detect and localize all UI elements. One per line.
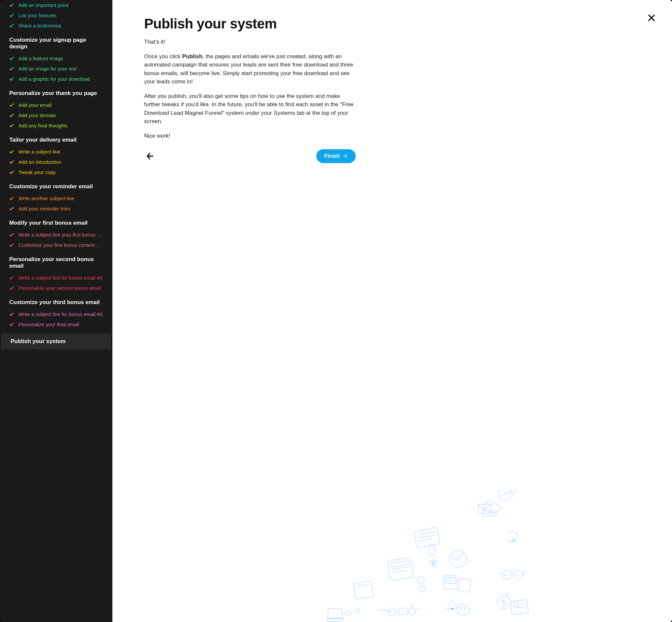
svg-point-13	[420, 586, 426, 592]
sidebar-task-item[interactable]: Personalize your final email	[0, 319, 112, 330]
svg-point-37	[409, 608, 415, 615]
svg-line-40	[415, 609, 419, 610]
svg-rect-41	[328, 609, 342, 619]
section-header: Customize your signup page design	[0, 31, 112, 53]
check-icon	[9, 149, 14, 154]
section-header: Personalize your thank you page	[0, 84, 112, 100]
svg-point-35	[451, 608, 453, 610]
svg-line-25	[501, 599, 508, 606]
svg-rect-14	[444, 576, 457, 589]
sidebar-task-item[interactable]: Add any final thoughts	[0, 120, 112, 131]
sidebar-task-item[interactable]: List your features	[0, 10, 112, 21]
section-header: Personalize your second bonus email	[0, 250, 112, 273]
task-label: Add your email	[18, 102, 51, 108]
content: Publish your system That's it! Once you …	[112, 0, 672, 163]
sidebar-task-item[interactable]: Add a feature image	[0, 53, 112, 64]
task-label: Add a graphic for your download	[18, 76, 90, 82]
svg-text:$: $	[513, 539, 515, 542]
sidebar-task-item[interactable]: Write a subject line for bonus email #2	[0, 273, 112, 283]
svg-point-33	[464, 608, 466, 609]
svg-line-6	[393, 567, 409, 569]
check-icon	[9, 13, 14, 18]
svg-rect-47	[478, 504, 491, 514]
sidebar-task-item[interactable]: Write a subject line	[0, 146, 112, 157]
check-icon	[9, 276, 14, 280]
task-label: Write another subject line	[18, 196, 74, 201]
paragraph-intro: That's it!	[144, 38, 356, 46]
check-icon	[9, 322, 14, 327]
svg-text:$: $	[432, 561, 435, 566]
sidebar-task-item[interactable]: Add your domain	[0, 110, 112, 120]
finish-label: Finish	[324, 153, 340, 159]
check-icon	[9, 24, 14, 28]
paragraph-tips: After you publish, you'll also get some …	[144, 92, 356, 126]
check-icon	[9, 113, 14, 118]
close-button[interactable]	[647, 13, 658, 24]
svg-rect-16	[458, 578, 471, 592]
svg-line-45	[350, 612, 354, 613]
sidebar-task-item[interactable]: Personalize your second bonus email	[0, 283, 112, 293]
sidebar-task-item[interactable]: Add an important point	[0, 0, 112, 10]
check-icon	[9, 243, 14, 247]
section-header: Modify your first bonus email	[0, 214, 112, 230]
sidebar-task-item[interactable]: Add a graphic for your download	[0, 74, 112, 84]
sidebar-publish-row[interactable]: Publish your system	[1, 334, 111, 349]
svg-rect-27	[511, 599, 528, 614]
svg-line-3	[419, 539, 432, 541]
back-button[interactable]	[144, 150, 156, 162]
task-label: Add an introduction	[18, 159, 61, 165]
task-label: Write a subject line	[18, 149, 60, 154]
task-label: Share a testimonial	[18, 23, 61, 29]
svg-line-2	[419, 535, 435, 538]
publish-word: Publish	[182, 53, 202, 60]
check-icon	[9, 103, 14, 107]
svg-point-32	[460, 608, 462, 609]
svg-point-43	[345, 611, 350, 616]
task-label: Add an important point	[18, 2, 68, 8]
page-title: Publish your system	[144, 16, 639, 32]
svg-rect-4	[388, 557, 413, 580]
sidebar-task-item[interactable]: Add your email	[0, 100, 112, 110]
check-icon	[9, 67, 14, 71]
sidebar-task-item[interactable]: Add an introduction	[0, 157, 112, 167]
sidebar-task-item[interactable]: Write a subject line for bonus email #3	[0, 309, 112, 319]
check-icon	[9, 196, 14, 201]
svg-point-31	[457, 603, 469, 615]
svg-line-1	[419, 532, 435, 534]
sidebar-task-item[interactable]: Share a testimonial	[0, 21, 112, 31]
svg-point-19	[512, 538, 516, 542]
svg-point-46	[356, 609, 360, 613]
task-label: Write a subject line for bonus email #3	[18, 311, 103, 317]
paragraph-publish-info: Once you click Publish, the pages and em…	[144, 52, 356, 86]
sidebar-task-item[interactable]: Write another subject line	[0, 193, 112, 204]
app-container: Add an important pointList your features…	[0, 0, 672, 622]
check-icon	[9, 160, 14, 165]
arrow-right-icon	[342, 153, 348, 159]
task-label: Add your domain	[18, 112, 56, 118]
svg-point-10	[450, 551, 467, 568]
task-label: Add a feature image	[18, 56, 63, 61]
sidebar-task-item[interactable]: Add an image for your text	[0, 64, 112, 74]
svg-rect-42	[327, 618, 343, 621]
close-icon	[647, 13, 656, 23]
main-panel: Publish your system That's it! Once you …	[112, 0, 672, 622]
task-label: Add your reminder intro	[18, 206, 70, 211]
svg-point-36	[388, 608, 396, 616]
sidebar-task-item[interactable]: Customize your first bonus content e…	[0, 240, 112, 250]
section-header: Customize your reminder email	[0, 177, 112, 193]
task-label: Write a subject line for bonus email #2	[18, 275, 103, 281]
check-icon	[9, 124, 14, 128]
sidebar-task-item[interactable]: Add your reminder intro	[0, 204, 112, 214]
svg-rect-38	[399, 608, 408, 615]
check-icon	[9, 170, 14, 175]
sidebar-task-item[interactable]: Tweak your copy	[0, 167, 112, 177]
task-label: Write a subject line your first bonus e…	[18, 232, 103, 238]
task-label: Personalize your second bonus email	[18, 285, 101, 291]
svg-rect-8	[353, 581, 374, 599]
check-icon	[9, 312, 14, 317]
svg-point-22	[513, 571, 523, 580]
finish-button[interactable]: Finish	[316, 149, 356, 163]
check-icon	[9, 206, 14, 211]
sidebar-task-item[interactable]: Write a subject line your first bonus e…	[0, 230, 112, 240]
paragraph-nice-work: Nice work!	[144, 132, 356, 140]
